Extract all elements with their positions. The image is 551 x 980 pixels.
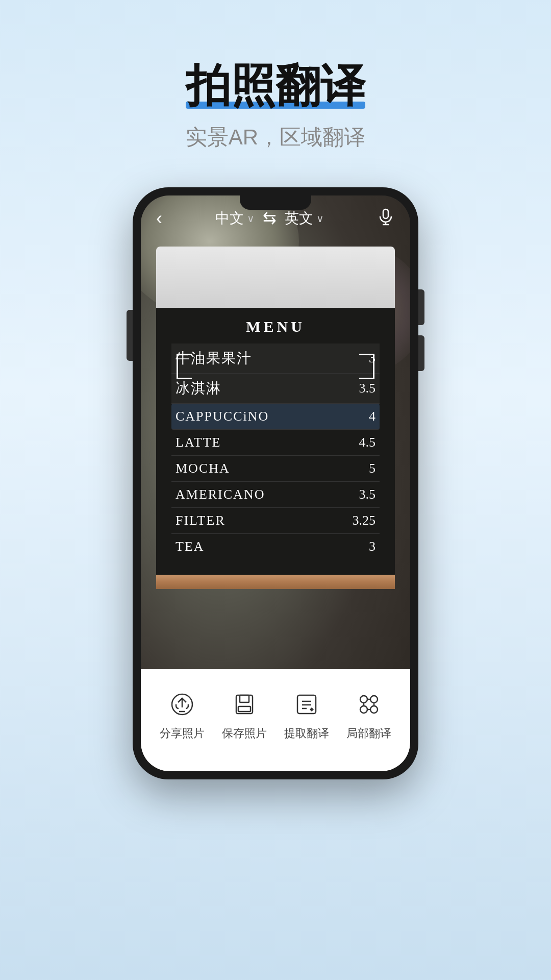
source-lang-arrow: ∨ [247,212,255,225]
menu-item-icecream-name: 冰淇淋 [176,379,221,398]
save-icon [229,689,260,720]
menu-item-cappuccino-price: 4 [369,409,375,424]
svg-point-9 [370,696,378,703]
volume-down-button [127,310,133,361]
main-title: 拍照翻译 [186,61,365,111]
target-language[interactable]: 英文 ∨ [285,209,324,228]
share-photo-button[interactable]: 分享照片 [160,689,205,741]
menu-item-avocado-price: 3 [369,351,375,366]
menu-item-mocha: MOCHA 5 [171,456,380,482]
menu-board: MENU 牛油果果汁 3 冰淇淋 [156,308,395,575]
menu-photo-top [156,247,395,308]
extract-label: 提取翻译 [284,726,329,741]
source-language[interactable]: 中文 ∨ [215,209,255,228]
menu-item-americano-name: AMERICANO [176,487,265,502]
target-lang-arrow: ∨ [316,212,324,225]
power-button [418,289,424,325]
menu-item-avocado: 牛油果果汁 3 [171,344,380,374]
menu-item-icecream: 冰淇淋 3.5 [171,374,380,404]
svg-rect-6 [238,706,251,712]
menu-item-filter-price: 3.25 [353,513,376,528]
subtitle: 实景AR，区域翻译 [0,123,551,152]
menu-item-mocha-price: 5 [369,461,375,476]
phone-mockup: ‹ 中文 ∨ ⇄ 英文 ∨ [0,187,551,779]
menu-item-filter-name: FILTER [176,513,226,528]
back-button[interactable]: ‹ [156,208,162,229]
menu-item-icecream-price: 3.5 [359,381,376,396]
svg-rect-5 [240,695,249,702]
menu-item-latte-name: LATTE [176,435,221,450]
bottom-toolbar: 分享照片 保存照片 [141,669,410,771]
language-switcher: 中文 ∨ ⇄ 英文 ∨ [215,209,324,228]
phone-frame: ‹ 中文 ∨ ⇄ 英文 ∨ [133,187,418,779]
menu-item-latte-price: 4.5 [359,435,376,450]
svg-point-11 [370,706,378,713]
microphone-button[interactable] [377,207,395,230]
edit-icon [291,689,322,720]
volume-up-button [418,335,424,371]
share-label: 分享照片 [160,726,205,741]
menu-board-wood-bottom [156,575,395,589]
menu-item-americano: AMERICANO 3.5 [171,482,380,508]
menu-item-filter: FILTER 3.25 [171,508,380,534]
extract-translation-button[interactable]: 提取翻译 [284,689,329,741]
top-section: 拍照翻译 实景AR，区域翻译 [0,0,551,172]
svg-rect-0 [383,209,388,218]
partial-label: 局部翻译 [346,726,391,741]
save-photo-button[interactable]: 保存照片 [222,689,267,741]
menu-item-tea: TEA 3 [171,534,380,559]
swap-languages-button[interactable]: ⇄ [263,209,277,228]
menu-board-title: MENU [171,318,380,335]
menu-item-tea-name: TEA [176,539,205,554]
menu-item-mocha-name: MOCHA [176,461,230,476]
menu-item-tea-price: 3 [369,539,375,554]
grid-icon [354,689,384,720]
svg-point-8 [360,696,367,703]
menu-board-area: MENU 牛油果果汁 3 冰淇淋 [156,247,395,659]
phone-screen: ‹ 中文 ∨ ⇄ 英文 ∨ [141,195,410,771]
menu-item-avocado-name: 牛油果果汁 [176,349,252,368]
save-label: 保存照片 [222,726,267,741]
phone-notch [240,195,311,210]
menu-item-americano-price: 3.5 [359,487,376,502]
share-icon [167,689,197,720]
menu-item-cappuccino: CAPPUCCiNO 4 [171,404,380,430]
partial-translation-button[interactable]: 局部翻译 [346,689,391,741]
menu-item-cappuccino-name: CAPPUCCiNO [176,409,269,424]
menu-item-latte: LATTE 4.5 [171,430,380,456]
svg-point-10 [360,706,367,713]
